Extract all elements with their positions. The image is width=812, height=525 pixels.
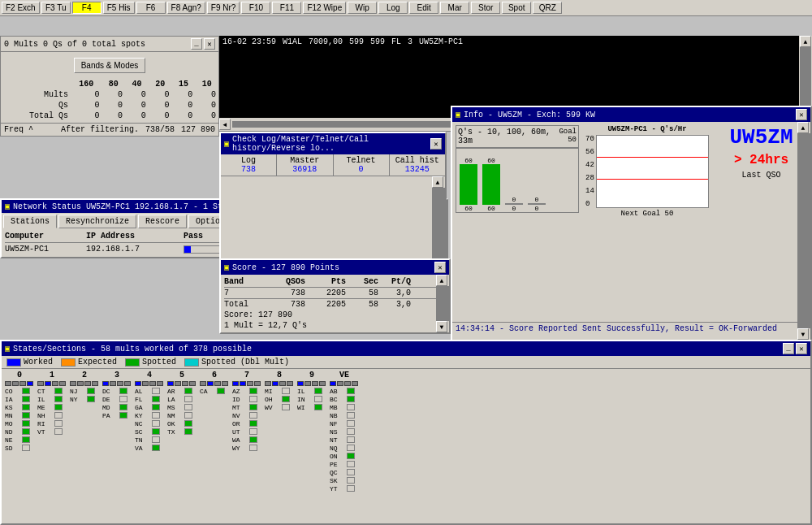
score-col-qsos: QSOs [265,277,305,286]
info-chart-title-bar: Q's - 10, 100, 60m, 33m Goal 50 [456,125,579,148]
score-total-qsos: 738 [265,300,305,309]
chart-bar-2-label-top: 0 [512,196,516,203]
freq-dot [92,381,98,386]
state-row-nt: NT [330,436,359,444]
mults-row-mults-15: 0 [172,89,196,100]
score-close[interactable]: ✕ [434,262,446,273]
states-col-1-number: 1 [37,371,67,380]
states-col-3-freqs [102,381,132,386]
freq-indicator[interactable]: Freq ^ [4,125,33,134]
state-label-ut: UT [232,428,248,436]
state-row-co: CO [5,388,34,395]
state-cell-ms [184,404,192,410]
checklog-tab-callhist[interactable]: Call hist 13245 [390,154,445,176]
freq-dot-active [27,381,33,386]
score-total-pts: 2205 [305,300,346,309]
state-label-qc: QC [330,469,346,476]
mults-close[interactable]: ✕ [204,38,215,50]
checklog-scroll-up[interactable]: ▲ [432,176,443,188]
states-col-1-freqs [37,381,67,386]
toolbar-btn-f9nr[interactable]: F9 Nr? [207,2,240,14]
score-vscroll[interactable]: ▲ ▼ [436,275,449,332]
qso-chart: 60 60 60 60 0 0 0 [456,148,579,213]
network-tab-stations[interactable]: Stations [3,215,57,228]
state-label-az: AZ [232,388,248,395]
toolbar-btn-qrz[interactable]: QRZ [533,2,562,14]
checklog-tabs: Log 738 Master 36918 Telnet 0 Call hist … [221,154,445,176]
state-label-ks: KS [5,404,21,411]
chart-bar-1-label-top: 60 [487,157,495,164]
hscroll-left[interactable]: ◄ [219,119,231,130]
toolbar-btn-stor[interactable]: Stor [471,2,500,14]
toolbar-btn-f6[interactable]: F6 [136,2,166,14]
mults-minimize[interactable]: _ [191,38,202,50]
checklog-close[interactable]: ✕ [430,138,442,150]
info-vscroll[interactable]: ▲ ▼ [797,122,810,340]
state-row-fl: FL [135,396,164,403]
state-cell-mi [282,388,290,394]
state-cell-nc [152,420,160,427]
toolbar-btn-f12wipe[interactable]: F12 Wipe [303,2,346,14]
state-label-oh: OH [265,396,281,403]
freq-dot [279,381,286,386]
legend-expected: Expected [61,358,117,367]
states-col-7-number: 7 [232,371,261,380]
state-row-or: OR [232,420,261,427]
mults-row-totalqs-label: Total Qs [1,111,71,121]
freq-dot-active [45,381,51,386]
score-title: Score - 127 890 Points [232,263,339,272]
state-row-nm: NM [167,412,197,419]
states-icon: ▣ [5,344,10,354]
state-cell-oh [282,396,290,402]
state-label-nm: NM [167,412,184,419]
states-col-8-number: 8 [265,371,294,380]
states-minimize[interactable]: _ [783,343,794,354]
mults-row-qs-40: 0 [125,100,149,111]
state-row-nq: NQ [330,445,359,452]
network-tab-resync[interactable]: Resynchronize [58,215,136,228]
mults-col-80: 80 [102,79,125,89]
network-tab-rescore[interactable]: Rescore [138,215,187,228]
toolbar-btn-f10[interactable]: F10 [241,2,270,14]
toolbar-btn-f4[interactable]: F4 [72,2,102,14]
vscroll-up[interactable]: ▲ [800,36,811,47]
state-cell-ar [184,388,192,394]
toolbar-btn-log[interactable]: Log [378,2,408,14]
chart-col-2: 0 0 [505,152,523,212]
states-close[interactable]: ✕ [796,343,807,354]
checklog-tab-telnet[interactable]: Telnet 0 [334,154,390,176]
states-col-8-freqs [265,381,294,386]
info-chart-title: Q's - 10, 100, 60m, 33m [458,128,559,145]
y-label-28: 28 [585,174,594,182]
toolbar-btn-spot[interactable]: Spot [502,2,531,14]
toolbar-btn-wip[interactable]: Wip [348,2,377,14]
info-scroll-down[interactable]: ▼ [797,328,809,340]
state-cell-on [347,453,355,459]
toolbar-btn-f3tu[interactable]: F3 Tu [41,2,71,14]
state-row-nf: NF [330,420,359,427]
legend-spotted: Spotted [125,358,176,367]
states-col-7-freqs [232,381,261,386]
info-close[interactable]: ✕ [796,109,807,120]
toolbar-btn-mar[interactable]: Mar [440,2,469,14]
toolbar-btn-f8agn[interactable]: F8 Agn? [167,2,205,14]
freq-dot [287,381,293,386]
state-row-ms: MS [167,404,197,411]
state-label-ab: AB [330,388,346,395]
state-label-id: ID [232,396,248,403]
state-cell-ny [87,396,95,402]
toolbar-btn-f2exch[interactable]: F2 Exch [2,2,40,14]
checklog-tab-log[interactable]: Log 738 [221,154,277,176]
score-scroll-down[interactable]: ▼ [436,321,447,332]
score-scroll-up[interactable]: ▲ [436,275,447,286]
info-goal: Goal 50 [559,128,577,145]
legend-worked-box [6,358,21,367]
toolbar-btn-f11[interactable]: F11 [272,2,301,14]
bands-modes-button[interactable]: Bands & Modes [74,58,146,73]
state-label-md: MD [102,404,119,411]
checklog-tab-master[interactable]: Master 36918 [277,154,333,176]
toolbar-btn-f5his[interactable]: F5 His [103,2,135,14]
info-scroll-up[interactable]: ▲ [797,122,809,133]
toolbar-btn-edit[interactable]: Edit [409,2,438,14]
mults-window: 0 Mults 0 Qs of 0 total spots _ ✕ Bands … [0,36,219,137]
